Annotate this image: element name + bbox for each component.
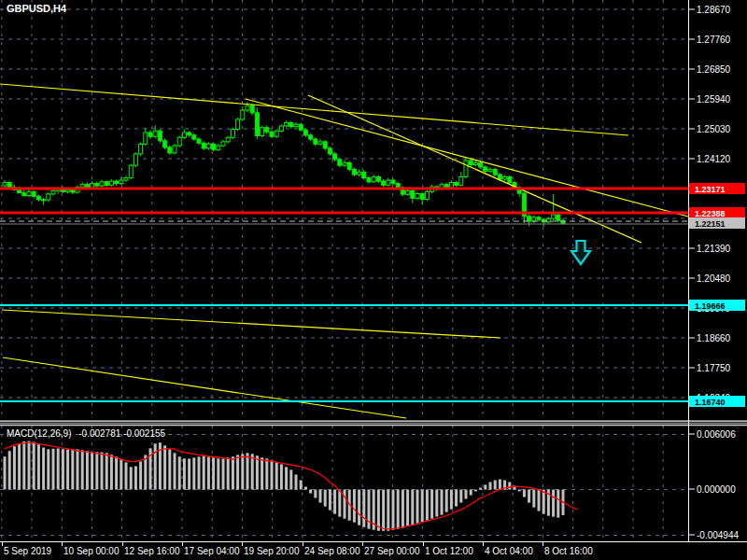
macd-histogram-bar [465,490,468,499]
chart-surface[interactable]: 1.286701.277601.268501.259401.250301.241… [0,0,747,560]
candle-body [91,184,94,189]
price-tick-label: 1.27760 [697,35,731,45]
macd-histogram-bar [168,449,171,489]
candle-body [206,144,210,148]
candle-body [270,132,274,136]
candle-body [294,124,298,126]
upper-steep-trendline[interactable] [308,95,641,243]
down-arrow-object[interactable] [571,241,590,264]
time-tick-label: 17 Sep 04:00 [184,546,240,556]
upper-mid-trendline[interactable] [246,99,688,217]
candle-body [314,139,317,144]
candle-body [42,200,46,201]
candle-body [309,135,313,139]
macd-histogram-bar [81,450,84,489]
macd-histogram-bar [552,490,555,517]
price-tick-label: 1.28670 [697,5,731,15]
candle-body [250,105,254,113]
price-tick-label: 1.24120 [697,154,731,164]
macd-histogram-bar [22,441,25,490]
macd-histogram-bar [426,490,429,521]
candle-body [255,113,259,136]
candle-body [498,175,501,179]
candle-body [338,160,342,165]
candle-body [3,183,7,187]
macd-histogram-bar [71,449,74,489]
macd-histogram-bar [154,443,157,489]
macd-histogram-bar [241,454,244,489]
time-tick-label: 4 Oct 04:00 [485,546,533,556]
time-tick-label: 8 Oct 16:00 [544,546,593,556]
macd-histogram-bar [37,444,40,489]
macd-histogram-bar [392,490,395,530]
candle-body [279,126,283,131]
macd-histogram-bar [416,490,419,524]
chart-window: 1.286701.277601.268501.259401.250301.241… [0,0,747,560]
candle-body [387,180,390,185]
macd-histogram-bar [101,453,104,490]
macd-histogram-bar [538,490,541,511]
upper-long-trendline[interactable] [0,84,628,135]
macd-histogram-bar [319,490,322,503]
macd-histogram-bar [18,443,21,490]
candle-body [188,133,191,135]
macd-indicator-label: MACD(12,26,9) -0.002781 -0.002155 [7,428,165,439]
macd-histogram-bar [285,467,288,489]
candle-body [182,133,186,137]
candle-body [372,177,375,182]
candle-body [318,142,322,144]
macd-histogram-bar [484,484,486,489]
macd-histogram-bar [236,455,239,489]
window-separator [0,421,747,422]
macd-histogram-bar [494,480,497,489]
price-tick-label: -0.004944 [697,530,739,540]
symbol-period-label: GBPUSD,H4 [7,3,66,14]
candle-body [265,128,269,133]
macd-histogram-bar [368,490,371,529]
price-tick-label: 1.25030 [697,124,731,134]
macd-histogram-bar [77,449,79,489]
candle-body [406,190,410,194]
candle-body [552,215,556,218]
macd-histogram-bar [338,490,341,517]
candle-body [289,122,293,126]
candle-body [537,217,541,219]
macd-histogram-bar [402,490,404,528]
macd-values: -0.002781 -0.002155 [78,428,165,439]
candle-body [7,183,11,188]
candle-body [261,128,264,136]
macd-histogram-bar [324,490,327,507]
price-tick-label: 1.25940 [697,94,731,105]
time-tick-label: 24 Sep 08:00 [304,546,360,556]
candle-body [352,169,356,175]
macd-histogram-bar [247,453,249,489]
lower-steep-trendline[interactable] [3,357,406,418]
macd-histogram-bar [406,490,409,526]
macd-histogram-bar [86,451,89,489]
time-tick-label: 5 Sep 2019 [4,546,52,556]
lower-long-trendline[interactable] [2,310,500,338]
macd-histogram-bar [203,455,205,489]
price-tick-label: 1.26850 [697,64,731,75]
candle-body [22,193,26,196]
price-badge-label: 1.22151 [695,219,726,229]
candle-body [231,129,234,137]
macd-histogram-bar [13,446,16,489]
candle-body [144,133,148,144]
candle-body [396,184,400,189]
macd-histogram-bar [232,456,234,489]
candle-body [479,162,483,167]
macd-histogram-bar [489,482,492,489]
candle-body [469,161,472,165]
candle-body [473,162,477,164]
macd-histogram-bar [459,490,462,503]
macd-histogram-bar [474,490,477,492]
time-tick-label: 1 Oct 12:00 [425,546,473,556]
macd-histogram-bar [508,482,511,489]
window-separator-handle[interactable] [0,423,747,425]
macd-histogram-bar [62,449,64,489]
macd-histogram-bar [139,461,142,489]
candle-body [532,217,536,221]
macd-histogram-bar [207,456,210,489]
macd-histogram-bar [470,490,472,496]
